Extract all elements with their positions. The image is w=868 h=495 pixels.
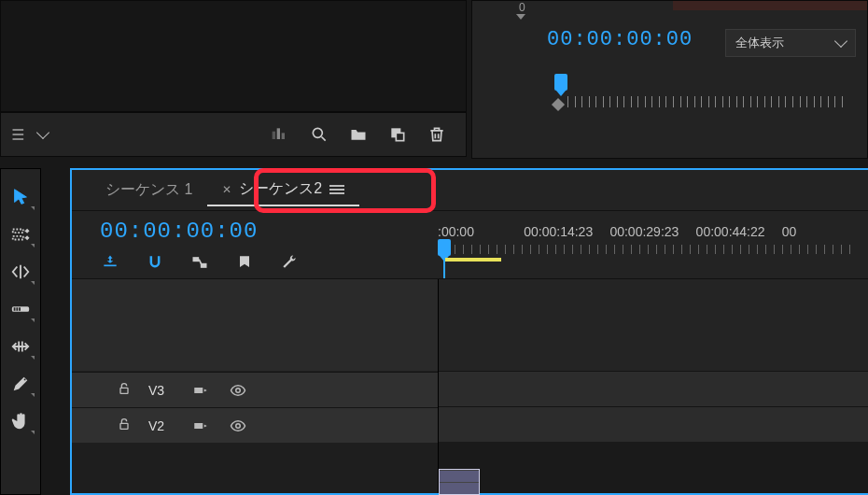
trash-button[interactable] [421,119,453,150]
program-time-ruler[interactable] [545,74,848,111]
hand-tool[interactable] [5,405,36,437]
sync-lock-icon[interactable] [189,417,212,434]
svg-rect-10 [104,265,116,267]
svg-point-3 [313,128,322,137]
lock-icon[interactable] [117,381,133,400]
search-button[interactable] [303,119,335,150]
close-icon[interactable]: ✕ [222,183,231,196]
tab-sequence-2[interactable]: ✕ シーケンス2 [207,174,359,206]
list-view-button[interactable] [10,125,48,144]
time-mark: 00:00:44:22 [696,224,782,243]
track-label: V3 [148,383,175,398]
insert-overwrite-icon[interactable] [100,252,120,273]
timeline-tabs: シーケンス 1 ✕ シーケンス2 [72,170,868,211]
program-timecode[interactable]: 00:00:00:00 [547,28,693,51]
svg-rect-1 [277,128,280,139]
track-v3[interactable] [439,371,868,406]
tool-strip [0,168,41,495]
svg-point-18 [236,423,241,428]
track-select-tool[interactable] [5,219,36,250]
svg-rect-7 [13,236,23,240]
svg-rect-11 [193,257,200,262]
zoom-dropdown[interactable]: 全体表示 [725,29,856,57]
time-mark: 00:00:29:23 [609,224,695,243]
timeline-panel: シーケンス 1 ✕ シーケンス2 00:00:00:00 :00:00 00:0… [70,168,868,495]
marker-icon[interactable] [234,252,255,273]
track-v2[interactable] [439,406,868,442]
ruler-small: 0 [519,1,525,14]
snap-icon[interactable] [145,252,165,273]
chevron-down-icon [36,126,49,139]
time-mark: 00:00:14:23 [524,224,609,243]
linked-selection-icon[interactable] [189,252,210,273]
tab-sequence-1[interactable]: シーケンス 1 [91,175,207,205]
chevron-down-icon [834,35,847,48]
svg-rect-5 [396,133,403,140]
settings-wrench-icon[interactable] [279,252,300,273]
track-content[interactable] [438,279,868,493]
track-header-v2[interactable]: V2 [72,407,438,443]
slip-tool[interactable] [5,331,36,362]
ruler-ticks [438,245,868,260]
razor-tool[interactable] [5,293,36,325]
zoom-label: 全体表示 [735,35,784,51]
svg-rect-17 [194,423,203,429]
new-bin-button[interactable] [343,119,374,150]
timeline-header: 00:00:00:00 :00:00 00:00:14:23 00:00:29:… [72,211,868,278]
track-label: V2 [148,418,175,433]
tab-menu-icon[interactable] [329,185,344,194]
svg-rect-0 [273,132,275,139]
sync-lock-icon[interactable] [189,382,212,399]
tab-label: シーケンス 1 [105,180,192,200]
pen-tool[interactable] [5,368,36,400]
ripple-edit-tool[interactable] [5,256,36,288]
timeline-option-icons [100,252,300,273]
program-playhead[interactable] [554,74,567,91]
svg-rect-6 [13,230,23,233]
selection-tool[interactable] [5,181,36,213]
toggle-output-icon[interactable] [227,417,249,434]
program-marker-diamond[interactable] [552,98,565,111]
svg-rect-14 [194,388,203,393]
program-frame [673,1,867,10]
svg-point-9 [24,379,26,381]
program-ticks [567,96,848,109]
tab-label: シーケンス2 [239,179,322,199]
freeform-view-button[interactable] [264,119,296,150]
svg-rect-2 [282,133,285,139]
track-area: V3 V2 [72,278,868,493]
svg-rect-13 [120,388,128,393]
source-monitor [0,0,467,112]
program-monitor-panel: 0 00:00:00:00 全体表示 [471,0,868,159]
lock-icon[interactable] [117,417,133,435]
track-header-v3[interactable]: V3 [72,372,438,407]
video-clip[interactable] [439,469,480,495]
time-mark: 00 [782,224,868,243]
timeline-timecode[interactable]: 00:00:00:00 [100,219,258,244]
toggle-output-icon[interactable] [227,382,249,399]
svg-point-15 [236,388,241,392]
svg-rect-16 [120,423,128,429]
work-area-bar[interactable] [445,258,501,262]
project-panel-footer [0,112,467,157]
new-item-button[interactable] [382,119,413,150]
track-headers: V3 V2 [72,279,438,493]
time-ruler[interactable]: :00:00 00:00:14:23 00:00:29:23 00:00:44:… [438,224,868,243]
